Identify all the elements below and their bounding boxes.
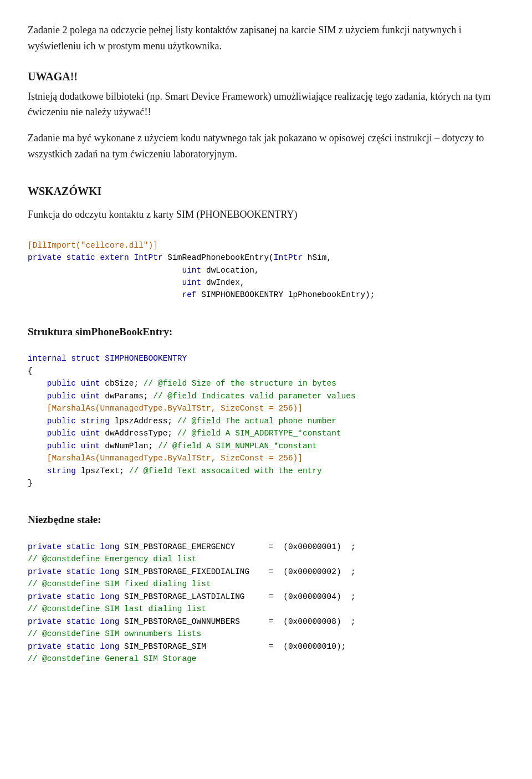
niezbedne-heading: Niezbędne stałe:	[28, 511, 504, 528]
intro-para2: Istnieją dodatkowe bilbioteki (np. Smart…	[28, 89, 504, 121]
code-block-3: private static long SIM_PBSTORAGE_EMERGE…	[28, 534, 504, 672]
wskazowki-heading: WSKAZÓWKI	[28, 182, 504, 200]
wskazowki-subheading: Funkcja do odczytu kontaktu z karty SIM …	[28, 207, 504, 223]
intro-para3: Zadanie ma być wykonane z użyciem kodu n…	[28, 130, 504, 162]
code-block-2: internal struct SIMPHONEBOOKENTRY { publ…	[28, 346, 504, 496]
code-block-1: [DllImport("cellcore.dll")] private stat…	[28, 233, 504, 308]
warning-label: UWAGA!!	[28, 68, 504, 85]
intro-para1: Zadanie 2 polega na odczycie pełnej list…	[28, 22, 504, 54]
struktura-heading: Struktura simPhoneBookEntry:	[28, 324, 504, 340]
